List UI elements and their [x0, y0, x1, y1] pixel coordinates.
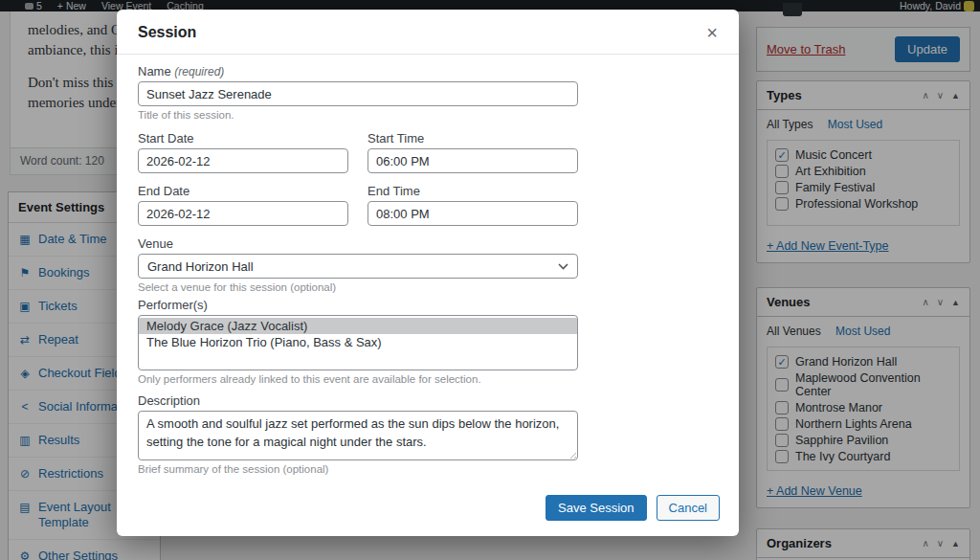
performers-help: Only performers already linked to this e…	[138, 373, 718, 385]
venue-select[interactable]: Grand Horizon Hall	[138, 254, 578, 279]
close-icon[interactable]: ×	[706, 23, 718, 42]
description-label: Description	[138, 393, 718, 408]
venue-select-value: Grand Horizon Hall	[147, 259, 254, 274]
description-textarea[interactable]: A smooth and soulful jazz set performed …	[138, 411, 578, 460]
end-row: End Date End Time	[138, 184, 718, 226]
performers-label: Performer(s)	[138, 298, 718, 312]
modal-footer: Save Session Cancel	[117, 483, 739, 536]
session-form: Name (required) Title of this session. S…	[117, 55, 739, 483]
cancel-button[interactable]: Cancel	[657, 495, 720, 521]
start-time-label: Start Time	[368, 131, 578, 146]
venue-help: Select a venue for this session (optiona…	[138, 281, 718, 293]
session-modal: Session × Name (required) Title of this …	[117, 10, 739, 536]
venue-label: Venue	[138, 236, 718, 251]
chevron-down-icon	[558, 263, 568, 270]
session-name-input[interactable]	[138, 81, 578, 106]
end-time-label: End Time	[368, 184, 578, 198]
start-date-label: Start Date	[138, 131, 348, 146]
start-date-field: Start Date	[138, 131, 348, 173]
modal-title: Session	[138, 24, 196, 41]
end-time-field: End Time	[368, 184, 578, 226]
start-time-field: Start Time	[368, 131, 578, 173]
end-time-input[interactable]	[368, 201, 578, 226]
modal-header: Session ×	[117, 10, 739, 55]
venue-field: Venue Grand Horizon Hall Select a venue …	[138, 236, 718, 293]
start-date-input[interactable]	[138, 148, 348, 173]
description-help: Brief summary of the session (optional)	[138, 463, 718, 475]
end-date-field: End Date	[138, 184, 348, 226]
performer-option[interactable]: Melody Grace (Jazz Vocalist)	[139, 318, 577, 334]
description-textarea-wrap: A smooth and soulful jazz set performed …	[138, 411, 578, 460]
save-session-button[interactable]: Save Session	[546, 495, 647, 521]
performers-field: Performer(s) Melody Grace (Jazz Vocalist…	[138, 298, 718, 385]
end-date-input[interactable]	[138, 201, 348, 226]
name-label: Name (required)	[138, 64, 718, 78]
description-field: Description A smooth and soulful jazz se…	[138, 393, 718, 475]
name-field: Name (required) Title of this session.	[138, 64, 718, 121]
start-time-input[interactable]	[368, 148, 578, 173]
start-row: Start Date Start Time	[138, 131, 718, 173]
end-date-label: End Date	[138, 184, 348, 198]
performer-option[interactable]: The Blue Horizon Trio (Piano, Bass & Sax…	[139, 334, 577, 350]
name-label-text: Name	[138, 64, 171, 78]
performers-listbox[interactable]: Melody Grace (Jazz Vocalist) The Blue Ho…	[138, 315, 578, 370]
name-help: Title of this session.	[138, 109, 718, 121]
required-note: (required)	[174, 65, 224, 78]
